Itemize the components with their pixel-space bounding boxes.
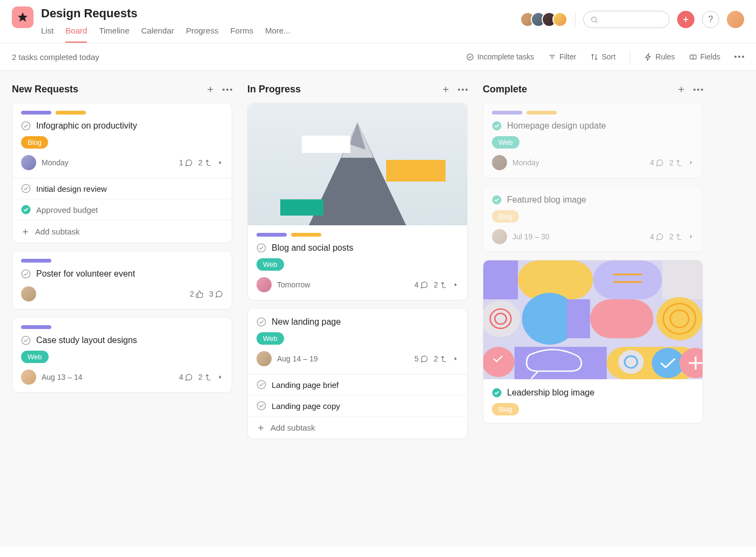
column-more-button[interactable]	[222, 89, 232, 91]
rules-button[interactable]: Rules	[644, 52, 675, 61]
comment-count[interactable]: 4	[414, 280, 428, 289]
tag-web: Web	[21, 351, 49, 363]
custom-field-pill	[492, 111, 522, 115]
check-circle-icon	[466, 53, 474, 61]
complete-checkbox[interactable]	[21, 269, 31, 279]
help-button[interactable]: ?	[702, 11, 719, 28]
add-card-button[interactable]	[677, 85, 686, 94]
task-title: Case study layout designs	[36, 335, 137, 345]
complete-checkbox[interactable]	[256, 380, 266, 390]
global-add-button[interactable]	[677, 11, 694, 28]
search-input[interactable]	[583, 11, 670, 28]
task-title: Featured blog image	[507, 195, 586, 205]
task-title: Leadership blog image	[507, 388, 595, 398]
tab-board[interactable]: Board	[65, 23, 87, 43]
tab-list[interactable]: List	[41, 23, 53, 43]
subtask-count[interactable]: 2	[198, 158, 212, 167]
task-card[interactable]: Featured blog image Blog Jul 19 – 30 4 2	[483, 186, 703, 252]
assignee-avatar[interactable]	[492, 229, 507, 244]
task-card[interactable]: Leadership blog image Blog	[483, 260, 703, 424]
svg-marker-0	[18, 12, 28, 22]
assignee-avatar[interactable]	[256, 277, 272, 292]
add-card-button[interactable]	[206, 85, 215, 94]
assignee-avatar[interactable]	[256, 351, 272, 366]
complete-checkbox[interactable]	[21, 121, 31, 131]
subtask-row[interactable]: Approved budget	[12, 199, 232, 220]
fields-icon	[689, 53, 697, 61]
svg-line-2	[596, 21, 597, 23]
comment-count[interactable]: 1	[179, 158, 193, 167]
comment-count[interactable]: 4	[179, 373, 193, 381]
task-card[interactable]: Blog and social posts Web Tomorrow 4 2	[247, 103, 468, 300]
tag-blog: Blog	[21, 136, 48, 149]
task-card[interactable]: Homepage design update Web Monday 4 2	[483, 103, 703, 178]
complete-checkbox[interactable]	[21, 335, 31, 345]
add-subtask-button[interactable]: Add subtask	[248, 417, 467, 439]
subtask-count[interactable]: 2	[669, 232, 683, 241]
current-user-avatar[interactable]	[727, 11, 744, 28]
tab-more[interactable]: More...	[265, 23, 291, 43]
svg-point-5	[467, 53, 473, 59]
expand-button[interactable]	[218, 373, 223, 381]
task-card[interactable]: Poster for volunteer event 2 3	[12, 251, 232, 310]
column-more-button[interactable]	[693, 89, 703, 91]
task-card[interactable]: Infographic on productivity Blog Monday …	[12, 103, 232, 243]
complete-checkbox[interactable]	[21, 184, 31, 193]
filter-icon	[548, 53, 556, 61]
task-card[interactable]: Case study layout designs Web Aug 13 – 1…	[12, 317, 232, 393]
sort-button[interactable]: Sort	[590, 52, 616, 61]
tab-timeline[interactable]: Timeline	[99, 23, 129, 43]
more-options-button[interactable]	[734, 56, 744, 58]
complete-checkbox[interactable]	[492, 195, 502, 205]
comment-count[interactable]: 3	[209, 290, 223, 298]
subtask-icon	[204, 373, 212, 381]
assignee-avatar[interactable]	[21, 155, 36, 170]
subtask-row[interactable]: Initial design review	[12, 178, 232, 199]
assignee-avatar[interactable]	[21, 370, 36, 385]
tag-web: Web	[256, 332, 284, 345]
add-subtask-button[interactable]: Add subtask	[12, 220, 232, 243]
tab-progress[interactable]: Progress	[186, 23, 218, 43]
custom-field-pill	[256, 233, 287, 237]
assignee-avatar[interactable]	[492, 155, 507, 170]
expand-button[interactable]	[453, 354, 458, 363]
subtask-title: Landing page copy	[272, 401, 340, 411]
expand-button[interactable]	[688, 158, 694, 167]
due-date: Jul 19 – 30	[512, 232, 644, 241]
complete-checkbox[interactable]	[492, 121, 502, 131]
project-icon[interactable]	[12, 6, 33, 28]
column-more-button[interactable]	[458, 89, 468, 91]
subtask-count[interactable]: 2	[198, 373, 212, 381]
tab-forms[interactable]: Forms	[230, 23, 253, 43]
subtask-count[interactable]: 2	[434, 280, 448, 289]
complete-checkbox[interactable]	[256, 401, 266, 411]
filter-button[interactable]: Filter	[548, 52, 576, 61]
svg-point-1	[592, 17, 597, 22]
complete-checkbox[interactable]	[21, 205, 31, 214]
svg-point-41	[483, 300, 520, 337]
subtask-count[interactable]: 2	[669, 158, 683, 167]
comment-count[interactable]: 5	[414, 354, 428, 363]
comment-icon	[215, 290, 223, 298]
comment-count[interactable]: 4	[650, 158, 664, 167]
like-count[interactable]: 2	[190, 290, 204, 298]
fields-button[interactable]: Fields	[689, 52, 720, 61]
complete-checkbox[interactable]	[256, 317, 266, 327]
expand-button[interactable]	[218, 158, 223, 167]
project-title: Design Requests	[41, 6, 524, 21]
expand-button[interactable]	[688, 232, 694, 241]
lightning-icon	[644, 53, 652, 61]
subtask-row[interactable]: Landing page copy	[248, 395, 467, 417]
add-card-button[interactable]	[441, 85, 450, 94]
comment-count[interactable]: 4	[650, 232, 664, 241]
task-card[interactable]: New landing page Web Aug 14 – 19 5 2 Lan…	[247, 308, 468, 439]
subtask-row[interactable]: Landing page brief	[248, 374, 467, 395]
expand-button[interactable]	[453, 280, 458, 289]
assignee-avatar[interactable]	[21, 286, 36, 301]
complete-checkbox[interactable]	[256, 243, 266, 253]
incomplete-tasks-filter[interactable]: Incomplete tasks	[466, 52, 534, 61]
complete-checkbox[interactable]	[492, 388, 502, 398]
tab-calendar[interactable]: Calendar	[141, 23, 174, 43]
project-members[interactable]	[524, 12, 568, 27]
subtask-count[interactable]: 2	[434, 354, 448, 363]
